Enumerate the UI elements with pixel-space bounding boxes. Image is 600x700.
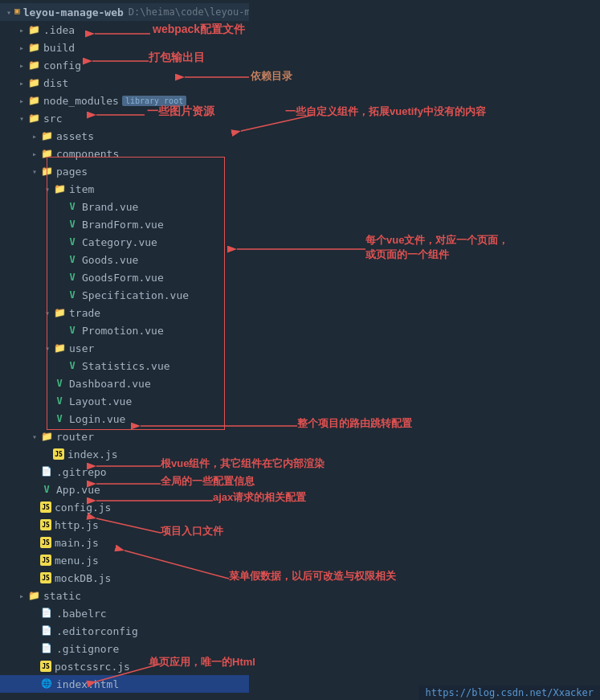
tree-item-dashboard[interactable]: Dashboard.vue [0,375,249,392]
tree-item-static[interactable]: static [0,587,249,604]
tree-item-mainjs[interactable]: main.js [0,534,249,551]
tree-item-router-index[interactable]: index.js [0,445,249,463]
tree-item-promotion[interactable]: Promotion.vue [0,321,249,339]
menujs-label: menu.js [55,555,99,567]
editorconfig-file-icon [40,624,53,637]
tree-item-gitignore[interactable]: .gitignore [0,640,249,657]
tree-item-category[interactable]: Category.vue [0,233,249,251]
item-label: item [69,183,94,195]
node-modules-arrow [16,96,27,105]
user-arrow [42,344,53,353]
components-label: components [56,148,119,160]
tree-item-specification[interactable]: Specification.vue [0,286,249,304]
src-folder-icon [27,112,40,125]
library-root-badge: library root [122,96,186,106]
svg-line-6 [241,115,313,131]
pages-arrow [29,167,40,176]
build-folder-icon [27,41,40,54]
tree-item-login[interactable]: Login.vue [0,410,249,428]
tree-item-user[interactable]: user [0,339,249,357]
postcssrc-js-icon [40,661,51,672]
router-index-js-icon [53,448,64,460]
babelrc-file-icon [40,607,53,620]
tree-item-idea[interactable]: .idea [0,21,249,39]
tree-item-statistics[interactable]: Statistics.vue [0,357,249,375]
goods-label: Goods.vue [82,254,138,266]
appvue-label: App.vue [56,484,100,496]
tree-item-mockdbjs[interactable]: mockDB.js [0,569,249,587]
category-vue-icon [66,235,79,248]
build-arrow [16,43,27,52]
tree-item-menujs[interactable]: menu.js [0,551,249,569]
tree-item-node-modules[interactable]: node_modules library root [0,92,249,109]
gitignore-file-icon [40,642,53,655]
tree-item-indexhtml[interactable]: 🌐 index.html [0,675,249,693]
tree-item-editorconfig[interactable]: .editorconfig [0,622,249,640]
mainjs-js-icon [40,537,51,548]
dist-arrow [16,79,27,88]
trade-folder-icon [53,306,66,319]
mainjs-label: main.js [55,537,99,549]
tree-item-pages[interactable]: pages [0,162,249,180]
menujs-js-icon [40,555,51,566]
babelrc-label: .babelrc [56,608,107,620]
tree-item-goodsform[interactable]: GoodsForm.vue [0,268,249,286]
tree-item-dist[interactable]: dist [0,74,249,92]
url-bar: https://blog.csdn.net/Xxacker [418,686,600,700]
tree-item-src[interactable]: src [0,109,249,127]
tree-item-gitrepo[interactable]: .gitrepo [0,463,249,481]
tree-item-item[interactable]: item [0,180,249,198]
tree-item-brand[interactable]: Brand.vue [0,198,249,215]
specification-vue-icon [66,289,79,301]
tree-item-brandform[interactable]: BrandForm.vue [0,215,249,233]
statistics-label: Statistics.vue [82,360,170,372]
promotion-label: Promotion.vue [82,325,164,337]
dist-label: dist [43,77,68,89]
tree-item-httpjs[interactable]: http.js [0,516,249,534]
tree-item-goods[interactable]: Goods.vue [0,251,249,268]
build-label: build [43,42,75,54]
pages-label: pages [56,166,88,178]
idea-folder-icon [27,23,40,36]
idea-label: .idea [43,24,75,36]
trade-label: trade [69,307,100,319]
router-folder-icon [40,430,53,443]
indexhtml-label: index.html [56,678,119,690]
tree-item-layout[interactable]: Layout.vue [0,392,249,410]
src-label: src [43,113,62,125]
tree-item-assets[interactable]: assets [0,127,249,145]
layout-label: Layout.vue [69,395,132,407]
config-arrow [16,61,27,70]
mockdbjs-label: mockDB.js [55,572,111,584]
idea-arrow [16,26,27,35]
goodsform-vue-icon [66,271,79,284]
static-label: static [43,590,81,602]
tree-item-components[interactable]: components [0,145,249,162]
tree-item-router[interactable]: router [0,428,249,445]
tree-item-appvue[interactable]: App.vue [0,481,249,498]
assets-folder-icon [40,129,53,142]
dist-folder-icon [27,76,40,89]
trade-arrow [42,309,53,317]
static-arrow [16,592,27,600]
configjs-js-icon [40,501,51,513]
user-label: user [69,342,94,354]
tree-item-build[interactable]: build [0,39,249,56]
tree-item-configjs[interactable]: config.js [0,498,249,516]
static-folder-icon [27,589,40,602]
tree-item-trade[interactable]: trade [0,304,249,321]
node-modules-label: node_modules [43,95,119,107]
specification-label: Specification.vue [82,289,189,301]
mockdbjs-js-icon [40,572,51,583]
project-root[interactable]: ▣ leyou-manage-web D:\heima\code\leyou-m… [0,3,249,21]
tree-item-postcssrc[interactable]: postcssrc.js [0,657,249,675]
url-text: https://blog.csdn.net/Xxacker [425,687,594,698]
assets-arrow [29,132,40,141]
configjs-label: config.js [55,501,111,514]
file-tree: ▣ leyou-manage-web D:\heima\code\leyou-m… [0,0,249,700]
project-name: leyou-manage-web [23,6,124,18]
tree-item-babelrc[interactable]: .babelrc [0,604,249,622]
annotation-components: 一些自定义组件，拓展vuetify中没有的内容 [285,104,486,119]
editorconfig-label: .editorconfig [56,625,138,637]
tree-item-config[interactable]: config [0,56,249,74]
